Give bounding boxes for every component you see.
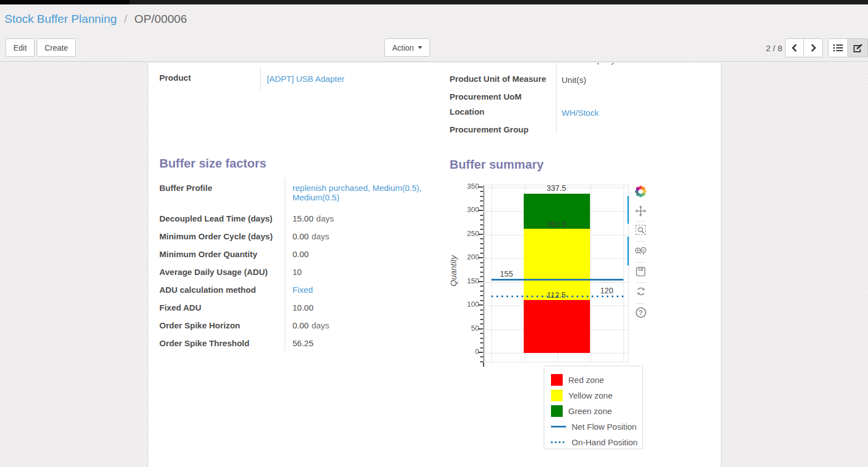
breadcrumb-parent-link[interactable]: Stock Buffer Planning (4, 12, 117, 25)
list-view-button[interactable] (828, 38, 848, 57)
chart-label-net-flow: 155 (490, 269, 523, 278)
y-minor-tick (480, 229, 483, 230)
list-view-icon (833, 44, 843, 52)
edit-button[interactable]: Edit (6, 38, 35, 57)
chart-label-on-hand: 120 (590, 286, 623, 295)
y-major-tick (478, 304, 483, 306)
y-minor-tick (480, 361, 483, 362)
legend-item-on-hand[interactable]: On-Hand Position (544, 434, 642, 449)
y-minor-tick (480, 319, 483, 320)
grid-line-v (623, 185, 624, 362)
y-minor-tick (480, 272, 483, 273)
app-window: Stock Buffer Planning / OP/00006 Edit Cr… (0, 0, 868, 467)
y-tick-label: 0 (452, 347, 479, 356)
legend-label: Yellow zone (568, 391, 613, 400)
pan-icon[interactable] (634, 204, 647, 218)
form-view-button[interactable] (848, 38, 868, 57)
chart-label-red-top: 112.5 (523, 291, 589, 299)
legend-item-green-zone[interactable]: Green zone (544, 403, 642, 419)
zone-yellow-zone (524, 229, 590, 299)
y-minor-tick (480, 191, 483, 192)
y-minor-tick (480, 314, 483, 315)
help-icon[interactable]: ? (634, 306, 647, 319)
y-major-tick (478, 257, 483, 258)
modebar-separator (636, 303, 645, 304)
chart-label-yellow-top: 262.5 (523, 220, 589, 229)
box-zoom-icon[interactable] (634, 223, 647, 237)
y-tick-label: 200 (452, 253, 479, 261)
y-major-tick (478, 328, 483, 330)
y-major-tick (478, 186, 483, 188)
pager-nav (785, 38, 823, 57)
chevron-down-icon (418, 46, 422, 49)
save-icon[interactable] (634, 265, 647, 278)
reset-icon[interactable] (634, 284, 647, 298)
y-minor-tick (480, 215, 483, 216)
chevron-right-icon (810, 44, 817, 52)
pager-next-button[interactable] (804, 38, 823, 57)
y-minor-tick (480, 309, 483, 311)
top-menu-bar-left-segment (0, 0, 129, 4)
modebar-separator (636, 262, 645, 263)
net-flow-line-swatch (551, 426, 566, 427)
control-panel: Stock Buffer Planning / OP/00006 Edit Cr… (0, 4, 868, 62)
yellow-zone-swatch (551, 390, 563, 401)
y-minor-tick (480, 219, 483, 220)
y-minor-tick (480, 333, 483, 334)
on-hand-dotted-swatch (551, 441, 566, 443)
breadcrumb: Stock Buffer Planning / OP/00006 (4, 12, 187, 26)
grid-line-h (484, 353, 628, 353)
y-minor-tick (480, 196, 483, 197)
y-minor-tick (480, 238, 483, 239)
modebar-highlight-bar (627, 196, 629, 224)
pager-count: 2 / 8 (755, 43, 782, 53)
modebar-separator (636, 282, 645, 283)
y-minor-tick (480, 205, 483, 207)
chart-canvas: Quantity 337.5 262.5 112.5 155 120 (148, 63, 722, 467)
y-tick-label: 250 (452, 229, 479, 238)
chart-label-green-top: 337.5 (523, 184, 589, 193)
legend-item-red-zone[interactable]: Red zone (544, 372, 642, 387)
y-minor-tick (480, 300, 483, 301)
form-view-icon (853, 43, 863, 53)
y-minor-tick (480, 267, 483, 268)
y-minor-tick (480, 295, 483, 296)
legend-label: On-Hand Position (572, 437, 637, 447)
action-label: Action (392, 43, 414, 52)
modebar-separator (636, 221, 645, 222)
y-minor-tick (480, 286, 483, 287)
y-tick-label: 50 (452, 324, 479, 332)
grid-line-v (591, 185, 591, 362)
create-button[interactable]: Create (37, 38, 76, 57)
green-zone-swatch (551, 405, 563, 417)
y-minor-tick (480, 338, 483, 339)
y-minor-tick (480, 224, 483, 225)
legend-label: Green zone (568, 406, 612, 416)
red-zone-swatch (551, 374, 563, 386)
chevron-left-icon (791, 44, 798, 52)
y-minor-tick (480, 323, 483, 325)
zoom-in-out-icon[interactable] (634, 244, 647, 258)
legend-label: Red zone (568, 375, 604, 385)
y-tick-label: 300 (452, 205, 479, 214)
y-minor-tick (480, 347, 483, 348)
zone-red-zone (524, 300, 590, 353)
line-net-flow-position (491, 279, 623, 281)
form-sheet: pany Product [ADPT] USB Adapter Product … (148, 63, 721, 467)
legend-label: Net Flow Position (572, 422, 637, 431)
legend-item-net-flow[interactable]: Net Flow Position (544, 419, 642, 434)
view-switcher (828, 38, 868, 57)
y-minor-tick (480, 243, 483, 244)
legend-item-yellow-zone[interactable]: Yellow zone (544, 387, 642, 403)
y-tick-label: 100 (452, 300, 479, 308)
pager-previous-button[interactable] (785, 38, 804, 57)
modebar-separator (636, 241, 645, 242)
y-minor-tick (480, 262, 483, 263)
breadcrumb-current: OP/00006 (134, 12, 187, 25)
action-dropdown-button[interactable]: Action (384, 38, 430, 57)
chart-legend: Red zone Yellow zone Green zone Net Flow… (544, 366, 643, 449)
plotly-logo-icon[interactable] (634, 185, 647, 198)
top-menu-bar (0, 0, 868, 4)
y-minor-tick (480, 276, 483, 277)
modebar-highlight-bar (627, 237, 629, 266)
